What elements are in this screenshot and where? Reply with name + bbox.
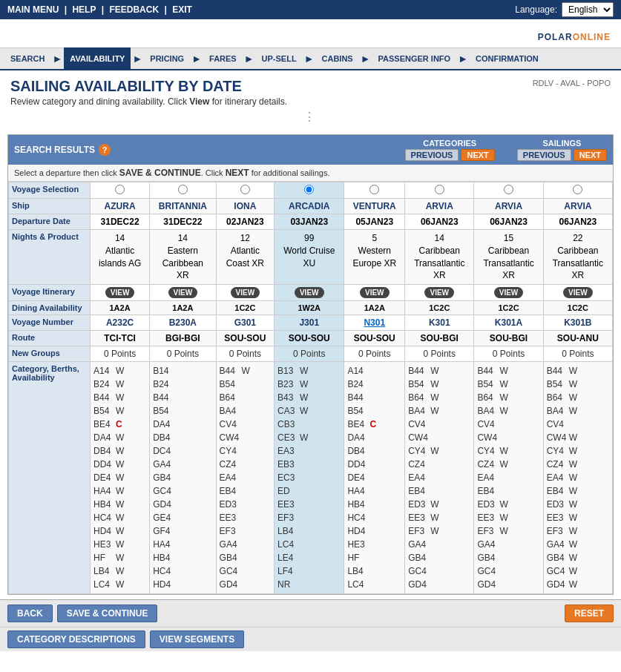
logo-online: ONLINE <box>573 32 611 42</box>
table-row-nights_product: Nights & Product14Atlanticislands AG14Ea… <box>9 230 613 285</box>
voyage-radio-3[interactable] <box>304 185 314 194</box>
new-groups: 0 Points <box>229 349 261 359</box>
cell-voyage_itinerary-7: VIEW <box>543 285 612 301</box>
dining-availability: 1C2C <box>498 303 519 312</box>
departure-date: 06JAN23 <box>490 217 528 227</box>
category-descriptions-button[interactable]: CATEGORY DESCRIPTIONS <box>7 630 145 648</box>
route: TCI-TCI <box>104 333 136 343</box>
help-link[interactable]: HELP <box>72 4 96 15</box>
save-continue-button[interactable]: SAVE & CONTINUE <box>57 605 158 622</box>
cell-new_groups-4: 0 Points <box>344 346 405 362</box>
cell-voyage_selection-6 <box>474 182 543 199</box>
step-passenger-info[interactable]: PASSENGER INFO <box>372 47 457 70</box>
language-selector: Language: English <box>515 2 614 17</box>
voyage-radio-5[interactable] <box>435 185 444 194</box>
dining-availability: 1A2A <box>364 303 385 312</box>
departure-date: 02JAN23 <box>226 217 264 227</box>
voyage-number: B230A <box>169 317 197 328</box>
cell-category_berths-6: B44WB54WB64WBA4WCV4CW4CY4WCZ4WEA4EB4ED3W… <box>474 362 543 594</box>
step-pricing[interactable]: PRICING <box>144 47 190 70</box>
voyage-radio-0[interactable] <box>115 185 125 194</box>
nights-product: 5WesternEurope XR <box>347 232 401 269</box>
reset-button[interactable]: RESET <box>565 605 614 622</box>
new-groups: 0 Points <box>424 349 456 359</box>
cell-voyage_itinerary-5: VIEW <box>405 285 474 301</box>
voyage-radio-7[interactable] <box>573 185 582 194</box>
cell-voyage_selection-2 <box>216 182 274 199</box>
step-confirmation[interactable]: CONFIRMATION <box>470 47 545 70</box>
sailings-prev-btn[interactable]: PREVIOUS <box>517 149 571 161</box>
sailing-table: Voyage SelectionShipAZURABRITANNIAIONAAR… <box>8 182 613 594</box>
cell-category_berths-2: B44WB54B64BA4CV4CW4CY4CZ4EA4EB4ED3EE3EF3… <box>216 362 274 594</box>
row-label-ship: Ship <box>9 199 91 214</box>
step-arrow-3: ► <box>191 53 202 65</box>
cell-category_berths-7: B44WB54WB64WBA4WCV4CW4WCY4WCZ4WEA4WEB4WE… <box>543 362 612 594</box>
back-button[interactable]: BACK <box>7 605 53 622</box>
view-itinerary-btn[interactable]: VIEW <box>231 287 260 298</box>
help-icon[interactable]: ? <box>99 144 111 156</box>
row-label-departure_date: Departure Date <box>9 214 91 230</box>
cell-nights_product-0: 14Atlanticislands AG <box>91 230 150 285</box>
step-fares[interactable]: FARES <box>203 47 243 70</box>
cell-route-7: SOU-ANU <box>543 331 612 346</box>
view-itinerary-btn[interactable]: VIEW <box>105 287 135 298</box>
view-itinerary-btn[interactable]: VIEW <box>494 287 524 298</box>
view-segments-button[interactable]: VIEW SEGMENTS <box>150 630 244 648</box>
separator: | <box>102 4 107 15</box>
main-menu-link[interactable]: MAIN MENU <box>7 4 59 15</box>
language-dropdown[interactable]: English <box>562 2 614 17</box>
row-label-new_groups: New Groups <box>9 346 91 362</box>
voyage-number[interactable]: N301 <box>364 317 385 328</box>
cell-departure_date-0: 31DEC22 <box>91 214 150 230</box>
step-arrow-4: ► <box>244 53 254 65</box>
step-availability[interactable]: AVAILABILITY <box>64 47 131 70</box>
language-label: Language: <box>515 4 557 15</box>
route: SOU-SOU <box>354 333 395 343</box>
step-upsell[interactable]: UP-SELL <box>256 47 303 70</box>
cell-category_berths-0: A14WB24WB44WB54WBE4CDA4WDB4WDD4WDE4WHA4W… <box>91 362 150 594</box>
results-header: SEARCH RESULTS ? CATEGORIES PREVIOUS NEX… <box>8 135 613 165</box>
cell-route-2: SOU-SOU <box>216 331 274 346</box>
step-search[interactable]: SEARCH <box>4 47 50 70</box>
view-itinerary-btn[interactable]: VIEW <box>295 287 324 298</box>
table-row-dining_availability: Dining Availability1A2A1A2A1C2C1W2A1A2A1… <box>9 301 613 315</box>
cell-nights_product-2: 12AtlanticCoast XR <box>216 230 274 285</box>
nights-product: 14CaribbeanTransatlanticXR <box>408 232 470 282</box>
cell-voyage_itinerary-4: VIEW <box>344 285 405 301</box>
new-groups: 0 Points <box>493 349 525 359</box>
cell-route-4: SOU-SOU <box>344 331 405 346</box>
row-label-voyage_selection: Voyage Selection <box>9 182 91 199</box>
view-itinerary-btn[interactable]: VIEW <box>563 287 593 298</box>
voyage-radio-6[interactable] <box>504 185 513 194</box>
voyage-radio-1[interactable] <box>178 185 188 194</box>
view-itinerary-btn[interactable]: VIEW <box>168 287 198 298</box>
cell-nights_product-5: 14CaribbeanTransatlanticXR <box>405 230 474 285</box>
exit-link[interactable]: EXIT <box>172 4 192 15</box>
categories-prev-btn[interactable]: PREVIOUS <box>405 149 459 161</box>
departure-date: 31DEC22 <box>101 217 139 227</box>
cell-voyage_number-4: N301 <box>344 315 405 331</box>
categories-next-btn[interactable]: NEXT <box>461 149 494 161</box>
cell-new_groups-6: 0 Points <box>474 346 543 362</box>
voyage-radio-4[interactable] <box>369 185 379 194</box>
step-cabins[interactable]: CABINS <box>316 47 359 70</box>
view-itinerary-btn[interactable]: VIEW <box>360 287 390 298</box>
cell-voyage_selection-4 <box>344 182 405 199</box>
departure-date: 03JAN23 <box>290 217 328 227</box>
cell-ship-6: ARVIA <box>474 199 543 214</box>
nights-product: 12AtlanticCoast XR <box>220 232 271 269</box>
cell-departure_date-1: 31DEC22 <box>150 214 216 230</box>
view-itinerary-btn[interactable]: VIEW <box>424 287 454 298</box>
feedback-link[interactable]: FEEDBACK <box>109 4 159 15</box>
cell-voyage_number-2: G301 <box>216 315 274 331</box>
voyage-radio-2[interactable] <box>240 185 250 194</box>
cell-departure_date-7: 06JAN23 <box>543 214 612 230</box>
category-berths: A14WB24WB44WB54WBE4CDA4WDB4WDD4WDE4WHA4W… <box>93 364 146 591</box>
instruction-row: Select a departure then click SAVE & CON… <box>8 165 613 182</box>
new-groups: 0 Points <box>293 349 325 359</box>
voyage-number: A232C <box>106 317 134 328</box>
route: SOU-BGI <box>490 333 528 343</box>
departure-date: 31DEC22 <box>163 217 202 227</box>
sailings-next-btn[interactable]: NEXT <box>574 149 607 161</box>
voyage-number: K301B <box>564 317 591 328</box>
